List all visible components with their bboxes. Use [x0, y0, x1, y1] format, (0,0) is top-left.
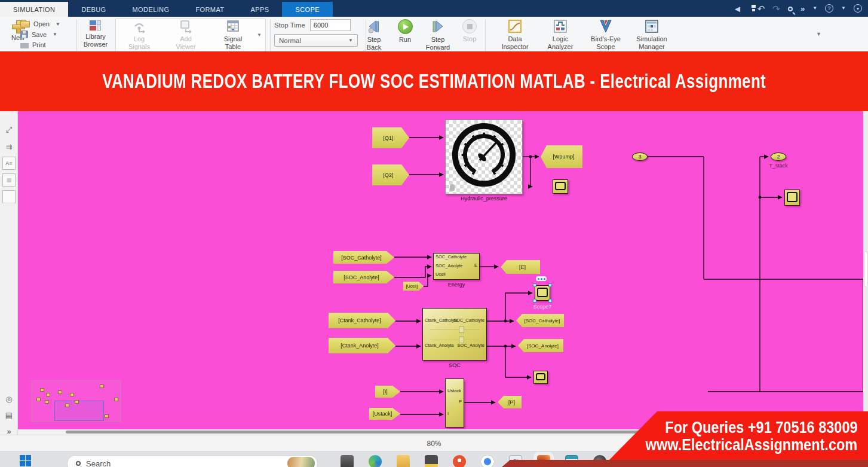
goto-tag[interactable]: [E] — [501, 260, 540, 274]
prepare-caret-icon[interactable]: ▼ — [257, 32, 262, 38]
scope-screen — [787, 192, 798, 202]
selection-handle[interactable] — [548, 299, 552, 303]
port-sublabel: T_stack — [756, 163, 801, 169]
goto-tag[interactable]: [SOC_Anolyte] — [518, 339, 563, 352]
library-label: LibraryBrowser — [84, 33, 108, 48]
from-tag[interactable]: [SOC_Catholyte] — [333, 251, 394, 264]
from-tag[interactable]: [SOC_Anolyte] — [333, 271, 394, 283]
scope-block[interactable] — [533, 371, 548, 384]
windows-start-button[interactable] — [20, 455, 31, 466]
from-tag[interactable]: [Q1] — [372, 127, 409, 148]
port-label: SOC_Catholyte — [435, 254, 467, 260]
collapse-icon[interactable]: ◄ — [733, 4, 742, 13]
redo-icon[interactable]: ↷ — [772, 4, 780, 13]
stop-button[interactable]: Stop — [453, 19, 486, 43]
step-back-icon — [365, 19, 383, 34]
simulation-manager-button[interactable]: SimulationManager — [632, 19, 671, 51]
scope-block[interactable] — [553, 179, 568, 194]
port-label: I — [447, 411, 449, 416]
quick-access-toolbar: ◄ ↶ ↷ » ▼ ? ▼ ▼ — [733, 0, 862, 17]
help-icon[interactable]: ? — [825, 4, 833, 13]
ellipsis-badge[interactable] — [536, 276, 547, 281]
matlab-simulink-window: SIMULATION DEBUG MODELING FORMAT APPS SC… — [0, 0, 868, 467]
left-palette: ⤢ ⇉ A≡ ▦ ◎ ▤ » — [0, 111, 18, 435]
dark-app-icon[interactable] — [425, 455, 438, 467]
screenshot-icon[interactable]: ◎ — [2, 392, 16, 405]
tab-simulation[interactable]: SIMULATION — [0, 2, 68, 17]
file-explorer-icon[interactable] — [397, 455, 410, 467]
undo-icon[interactable]: ↶ — [757, 4, 765, 13]
from-tag[interactable]: [Ctank_Anolyte] — [329, 338, 395, 353]
birds-eye-scope-button[interactable]: Bird's-EyeScope — [587, 19, 625, 51]
goto-tag[interactable]: [Wpump] — [541, 145, 582, 168]
logic-analyzer-button[interactable]: LogicAnalyzer — [542, 19, 578, 51]
tab-apps[interactable]: APPS — [237, 2, 282, 17]
expand-panel-icon[interactable]: » — [2, 425, 16, 438]
stop-time-input[interactable] — [310, 19, 351, 31]
promo-corner-strip — [502, 460, 868, 467]
model-report-icon[interactable]: ▤ — [2, 408, 16, 422]
from-tag[interactable]: [Q2] — [372, 164, 409, 185]
ribbon-overflow-caret[interactable]: ▼ — [816, 31, 821, 37]
scope-block[interactable] — [535, 285, 550, 301]
log-signals-button[interactable]: LogSignals — [122, 19, 156, 51]
scope-block[interactable] — [784, 190, 800, 206]
logic-analyzer-label: LogicAnalyzer — [548, 35, 573, 51]
selection-handle[interactable] — [533, 299, 536, 303]
log-signals-label: LogSignals — [128, 35, 150, 51]
from-tag[interactable]: [Ctank_Catholyte] — [329, 313, 395, 328]
goto-tag[interactable]: [SOC_Catholyte] — [516, 314, 564, 327]
step-forward-button[interactable]: StepForward — [421, 19, 455, 51]
subsystem-block[interactable]: UstackIP — [445, 379, 464, 428]
step-back-button[interactable]: StepBack — [357, 19, 391, 51]
subsystem-block[interactable]: Ctank_CatholyteCtank_AnolyteSOC_Catholyt… — [422, 308, 487, 361]
gauge-block[interactable] — [445, 120, 523, 194]
chrome-browser-icon[interactable] — [481, 455, 494, 467]
taskbar-search[interactable]: Search — [67, 455, 318, 467]
port-oval[interactable]: 2 — [771, 152, 786, 161]
brave-browser-icon[interactable] — [453, 455, 466, 467]
save-button[interactable]: Save▼ — [20, 30, 60, 38]
selection-handle[interactable] — [548, 283, 552, 287]
tab-format[interactable]: FORMAT — [182, 2, 237, 17]
vertical-scrollbar-thumb[interactable] — [864, 251, 867, 287]
diagram-canvas[interactable]: Hydraulic_pressure [Q1][Q2][SOC_Catholyt… — [18, 111, 868, 429]
tab-modeling[interactable]: MODELING — [119, 2, 183, 17]
fit-to-view-icon[interactable]: ⤢ — [2, 123, 16, 136]
birds-eye-scope-icon — [598, 19, 614, 33]
port-oval[interactable]: 3 — [632, 152, 648, 161]
run-button[interactable]: Run — [388, 19, 422, 44]
print-button[interactable]: Print — [20, 41, 60, 48]
add-viewer-button[interactable]: AddViewer — [169, 19, 203, 51]
vertical-scrollbar[interactable] — [863, 111, 868, 429]
minimap-block — [105, 414, 109, 418]
account-icon[interactable]: ▼ — [854, 4, 862, 13]
run-label: Run — [399, 36, 411, 44]
minimap-block — [45, 400, 49, 404]
library-browser-button[interactable]: LibraryBrowser — [79, 19, 112, 48]
search-icon[interactable] — [788, 5, 793, 13]
edge-browser-icon[interactable] — [369, 455, 382, 467]
signal-routing-icon[interactable]: ⇉ — [2, 140, 16, 153]
tab-scope[interactable]: SCOPE — [282, 2, 333, 17]
minimap[interactable] — [31, 380, 121, 422]
signal-table-button[interactable]: SignalTable — [216, 19, 250, 51]
tab-debug[interactable]: DEBUG — [68, 2, 119, 17]
run-icon — [398, 19, 413, 34]
subsystem-block[interactable]: SOC_CatholyteSOC_AnolyteUcellE — [433, 253, 480, 280]
search-highlight-image[interactable] — [287, 457, 315, 467]
area-box-icon[interactable] — [2, 190, 16, 203]
help-caret-icon[interactable]: ▼ — [841, 6, 846, 11]
app-window-icon[interactable] — [341, 455, 354, 467]
minimap-viewport[interactable] — [54, 401, 104, 421]
audio-placeholder-icon — [450, 184, 455, 191]
layout-icon[interactable]: » — [800, 5, 805, 13]
annotation-icon[interactable]: A≡ — [2, 157, 16, 170]
data-inspector-button[interactable]: DataInspector — [497, 19, 533, 51]
port-label: SOC_Anolyte — [435, 263, 462, 268]
sim-mode-select[interactable]: Normal▼ — [274, 34, 358, 47]
image-icon[interactable]: ▦ — [2, 173, 16, 187]
selection-handle[interactable] — [533, 283, 536, 287]
open-button[interactable]: Open▼ — [20, 20, 60, 28]
layout-caret-icon[interactable]: ▼ — [812, 6, 817, 11]
